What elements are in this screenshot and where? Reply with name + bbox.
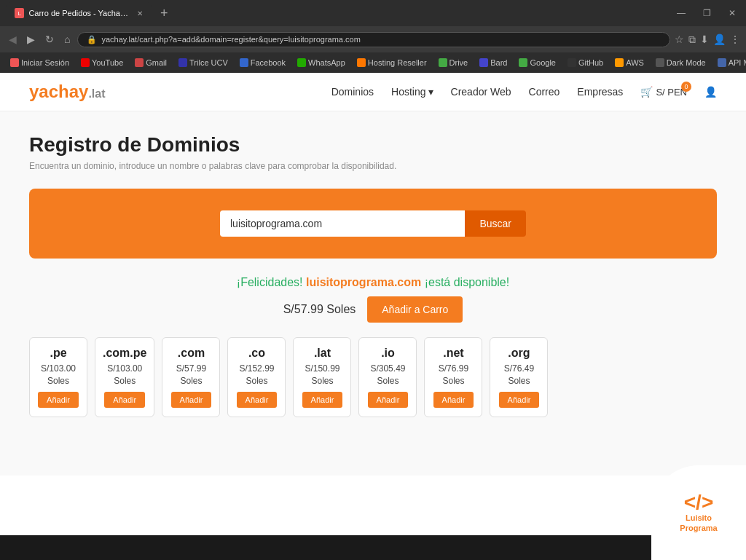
- bookmark-darkmode[interactable]: Dark Mode: [651, 57, 710, 68]
- ext-add-btn-compe[interactable]: Añadir: [104, 392, 145, 408]
- account-icon[interactable]: 👤: [704, 86, 717, 98]
- ext-name: .pe: [37, 347, 79, 360]
- bookmark-youtube[interactable]: YouTube: [76, 57, 127, 68]
- bookmark-aws[interactable]: AWS: [610, 57, 648, 68]
- domain-search-input[interactable]: [220, 210, 465, 237]
- ext-price: S/76.49 Soles: [498, 363, 540, 387]
- cart-button[interactable]: 🛒 0 S/ PEN: [640, 86, 687, 98]
- bookmark-icon: [519, 58, 527, 67]
- menu-icon[interactable]: ⋮: [730, 33, 740, 46]
- website-content: yachay.lat Dominios Hosting ▾ Creador We…: [0, 73, 746, 535]
- search-button[interactable]: Buscar: [465, 210, 526, 237]
- ext-price: S/152.99 Soles: [235, 363, 278, 387]
- bookmark-label: Trilce UCV: [189, 58, 228, 67]
- ext-price: S/150.99 Soles: [301, 363, 343, 387]
- bookmark-hosting[interactable]: Hosting Reseller: [353, 57, 431, 68]
- site-logo[interactable]: yachay.lat: [29, 82, 106, 102]
- bookmark-icon: [479, 58, 488, 67]
- ext-add-btn-org[interactable]: Añadir: [499, 392, 540, 408]
- tab-close-btn[interactable]: ✕: [137, 9, 143, 17]
- bookmark-label: Gmail: [146, 58, 167, 67]
- ext-card-lat: .lat S/150.99 Soles Añadir: [293, 337, 351, 417]
- ext-price: S/103.00 Soles: [37, 363, 79, 387]
- nav-dominios[interactable]: Dominios: [331, 86, 374, 98]
- ext-card-pe: .pe S/103.00 Soles Añadir: [29, 337, 87, 417]
- bookmark-bard[interactable]: Bard: [475, 57, 511, 68]
- maximize-btn[interactable]: ❐: [699, 7, 715, 20]
- ext-add-btn-co[interactable]: Añadir: [237, 392, 278, 408]
- nav-empresas[interactable]: Empresas: [577, 86, 623, 98]
- ext-add-btn-io[interactable]: Añadir: [368, 392, 409, 408]
- nav-hosting[interactable]: Hosting ▾: [391, 86, 433, 98]
- bookmark-label: API Migo: [729, 58, 746, 67]
- bookmark-icon: [718, 58, 726, 67]
- main-content: Registro de Dominios Encuentra un domini…: [0, 111, 746, 476]
- address-bar[interactable]: 🔒 yachay.lat/cart.php?a=add&domain=regis…: [77, 32, 670, 47]
- extensions-grid: .pe S/103.00 Soles Añadir .com.pe S/103.…: [29, 337, 717, 417]
- extensions-icon[interactable]: ⧉: [688, 33, 696, 46]
- bookmark-label: Google: [530, 58, 555, 67]
- bookmark-label: Facebook: [251, 58, 286, 67]
- bookmark-label: Hosting Reseller: [368, 58, 427, 67]
- minimize-btn[interactable]: —: [672, 7, 690, 20]
- browser-tab[interactable]: L Carro de Pedidos - Yachay.lat ✕: [6, 2, 152, 24]
- bookmark-star-icon[interactable]: ☆: [675, 33, 684, 46]
- ext-name: .org: [498, 347, 540, 360]
- bookmark-label: AWS: [626, 58, 644, 67]
- bookmark-label: YouTube: [92, 58, 123, 67]
- forward-btn[interactable]: ▶: [24, 32, 38, 47]
- ext-card-io: .io S/305.49 Soles Añadir: [358, 337, 417, 417]
- profile-icon[interactable]: 👤: [713, 33, 726, 46]
- bookmark-github[interactable]: GitHub: [563, 57, 608, 68]
- domain-price: S/57.99 Soles: [283, 303, 356, 316]
- back-btn[interactable]: ◀: [6, 32, 20, 47]
- watermark-line2: Programa: [680, 524, 717, 532]
- watermark: </> Luisito Programa: [651, 465, 746, 560]
- bookmark-whatsapp[interactable]: WhatsApp: [293, 57, 350, 68]
- bookmark-icon: [297, 58, 306, 67]
- bookmark-icon: [240, 58, 248, 67]
- ext-add-btn-net[interactable]: Añadir: [433, 392, 474, 408]
- nav-actions: ☆ ⧉ ⬇ 👤 ⋮: [675, 33, 740, 46]
- reload-btn[interactable]: ↻: [42, 32, 57, 47]
- bookmark-gmail[interactable]: Gmail: [130, 57, 171, 68]
- bookmark-google[interactable]: Google: [514, 57, 560, 68]
- new-tab-button[interactable]: +: [160, 6, 168, 21]
- downloads-icon[interactable]: ⬇: [700, 33, 709, 46]
- home-btn[interactable]: ⌂: [61, 32, 73, 47]
- ext-add-btn-pe[interactable]: Añadir: [38, 392, 79, 408]
- ext-name: .co: [235, 347, 278, 360]
- cart-icon: 🛒: [640, 86, 653, 98]
- close-btn[interactable]: ✕: [724, 7, 740, 20]
- ext-card-org: .org S/76.49 Soles Añadir: [490, 337, 548, 417]
- tab-favicon: L: [15, 8, 24, 18]
- nav-correo[interactable]: Correo: [529, 86, 560, 98]
- ext-card-compe: .com.pe S/103.00 Soles Añadir: [95, 337, 154, 417]
- search-box: Buscar: [220, 210, 526, 237]
- available-domain: luisitoprograma.com: [306, 276, 421, 288]
- bookmark-icon: [81, 58, 90, 67]
- ext-name: .com: [170, 347, 212, 360]
- bookmark-trilce[interactable]: Trilce UCV: [174, 57, 232, 68]
- logo-yachay: yachay: [29, 82, 88, 101]
- window-controls: — ❐ ✕: [672, 7, 740, 20]
- availability-result: ¡Felicidades! luisitoprograma.com ¡está …: [29, 276, 717, 323]
- bookmark-drive[interactable]: Drive: [434, 57, 473, 68]
- bookmark-facebook[interactable]: Facebook: [235, 57, 290, 68]
- add-to-cart-button[interactable]: Añadir a Carro: [367, 296, 463, 323]
- search-section: Buscar: [29, 189, 717, 259]
- tab-title: Carro de Pedidos - Yachay.lat: [28, 9, 130, 17]
- ext-name: .lat: [301, 347, 343, 360]
- nav-creador-web[interactable]: Creador Web: [451, 86, 511, 98]
- ext-name: .com.pe: [103, 347, 146, 360]
- bookmark-label: GitHub: [578, 58, 603, 67]
- ext-add-btn-com[interactable]: Añadir: [171, 392, 212, 408]
- availability-message: ¡Felicidades! luisitoprograma.com ¡está …: [29, 276, 717, 289]
- bookmark-iniciar[interactable]: Iniciar Sesión: [6, 57, 74, 68]
- site-navigation: Dominios Hosting ▾ Creador Web Correo Em…: [331, 86, 717, 98]
- ext-add-btn-lat[interactable]: Añadir: [302, 392, 343, 408]
- bookmark-apimigo[interactable]: API Migo: [713, 57, 746, 68]
- bookmark-icon: [439, 58, 447, 67]
- bookmark-label: Drive: [449, 58, 468, 67]
- bookmark-icon: [178, 58, 187, 67]
